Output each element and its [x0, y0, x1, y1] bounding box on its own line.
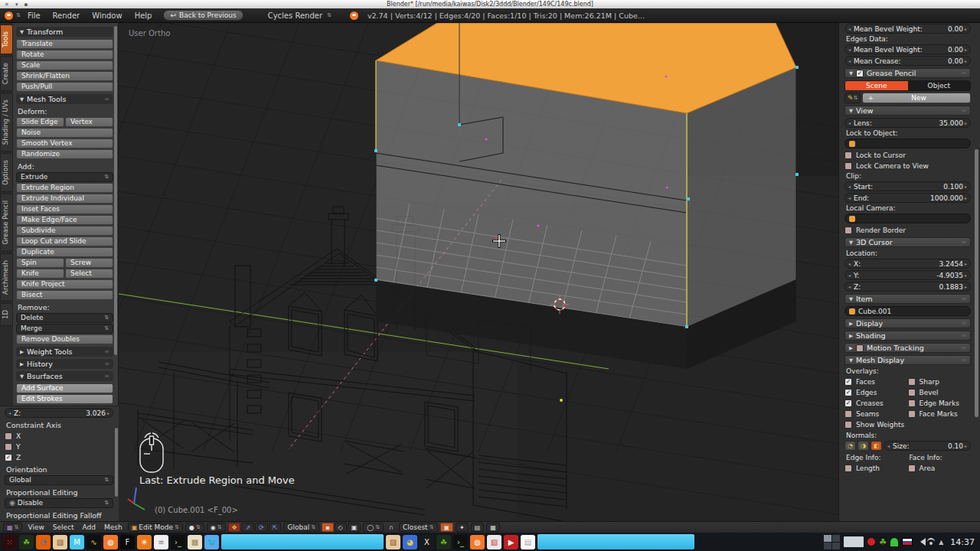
clip-end-slider[interactable]: ◂End: 1000.000▸ — [844, 193, 971, 203]
active-window-task-button[interactable] — [221, 534, 384, 549]
snap-magnet-icon[interactable]: ∩ — [386, 523, 397, 532]
menu-render[interactable]: Render — [47, 11, 86, 20]
terminal-icon[interactable]: ›_ — [171, 535, 185, 549]
manipulator-toggle-button[interactable]: ✥ — [228, 523, 241, 532]
object-name-field[interactable]: Cube.001 — [844, 306, 971, 316]
panel-mesh-display[interactable]: ▼Mesh Display≡ — [844, 355, 971, 365]
opensuse-tray-icon[interactable]: ☘ — [879, 537, 887, 547]
editor-type-button[interactable]: ▦⇅ — [3, 523, 22, 532]
photos-app-icon[interactable]: ▧ — [487, 535, 501, 549]
remove-doubles-button[interactable]: Remove Doubles — [16, 334, 113, 344]
knife-select-button[interactable]: Select — [65, 269, 113, 279]
grease-pencil-object-tab[interactable]: Object — [908, 81, 971, 90]
cursor-y-slider[interactable]: ◂Y: -4.9035▸ — [844, 270, 971, 280]
browser2-icon[interactable]: ◕ — [403, 535, 417, 549]
viewport-shading-dropdown[interactable]: ●⇅ — [185, 523, 204, 532]
cursor-x-slider[interactable]: ◂X: 3.2454▸ — [844, 259, 971, 269]
chart-app-icon[interactable]: M — [70, 535, 84, 549]
extrude-region-button[interactable]: Extrude Region — [16, 183, 113, 193]
add-surface-button[interactable]: Add Surface — [16, 383, 113, 393]
record-tray-icon[interactable] — [867, 538, 875, 546]
video-app-icon[interactable]: ▶ — [504, 535, 518, 549]
panel-grease-pencil[interactable]: ▼✓ Grease Pencil≡ — [844, 68, 971, 78]
lock-to-object-field[interactable] — [844, 139, 971, 148]
occlude-geometry-button[interactable]: ◯⇅ — [363, 523, 384, 532]
panel-shading[interactable]: ▶Shading≡ — [844, 331, 971, 341]
motion-tracking-checkbox[interactable] — [856, 344, 864, 352]
rotate-button[interactable]: Rotate — [16, 50, 113, 60]
vertex-slide-button[interactable]: Vertex — [65, 117, 113, 127]
clip-start-slider[interactable]: ◂Start: 0.100▸ — [844, 181, 971, 191]
grease-pencil-scene-tab[interactable]: Scene — [845, 81, 908, 90]
panel-weight-tools[interactable]: ▶Weight Tools≡ — [16, 347, 113, 357]
vertex-select-button[interactable]: ▪ — [322, 523, 333, 532]
blender2-icon[interactable]: ◍ — [470, 535, 485, 549]
editor-type-arrows-icon[interactable]: ⇅ — [16, 13, 21, 18]
mean-bevel-weight-slider[interactable]: ◂Mean Bevel Weight: 0.00▸ — [844, 44, 971, 54]
rotate-manipulator-button[interactable]: ⟳ — [255, 523, 268, 532]
select-menu[interactable]: Select — [50, 523, 77, 532]
face-area-checkbox[interactable] — [908, 465, 916, 472]
proportional-editing-dropdown[interactable]: ◉ Disable⇅ — [5, 498, 113, 508]
panel-mesh-tools[interactable]: ▼Mesh Tools≡ — [16, 94, 113, 104]
noise-button[interactable]: Noise — [16, 128, 113, 138]
subdivide-button[interactable]: Subdivide — [16, 226, 113, 236]
grease-pencil-checkbox[interactable]: ✓ — [856, 70, 864, 77]
network-icon[interactable] — [927, 538, 935, 546]
extrude-individual-button[interactable]: Extrude Individual — [16, 194, 113, 204]
terminal2-icon[interactable]: ›_ — [453, 535, 468, 549]
local-camera-field[interactable] — [844, 214, 971, 223]
edges-checkbox[interactable]: ✓ — [844, 389, 852, 396]
thunderbird2-icon[interactable]: ▨ — [386, 535, 400, 549]
render-border-checkbox[interactable] — [844, 227, 852, 234]
menu-file[interactable]: File — [22, 11, 46, 20]
smooth-vertex-button[interactable]: Smooth Vertex — [16, 139, 113, 148]
sharp-checkbox[interactable] — [908, 378, 916, 386]
edit-strokes-button[interactable]: Edit Strokes — [16, 394, 113, 404]
tab-shading-uvs[interactable]: Shading / UVs — [0, 93, 13, 152]
bisect-button[interactable]: Bisect — [16, 290, 113, 300]
vertex-normals-toggle[interactable]: ◔ — [844, 441, 856, 451]
tab-create[interactable]: Create — [0, 56, 13, 91]
x-app-icon[interactable]: X — [420, 535, 434, 549]
transform-orientation-dropdown[interactable]: Global⇅ — [283, 523, 319, 532]
mesh-menu[interactable]: Mesh — [101, 523, 126, 532]
slide-edge-button[interactable]: Slide Edge — [16, 117, 64, 127]
twitter-icon[interactable]: 🐦 — [204, 535, 219, 549]
loop-normals-toggle[interactable]: ◑ — [858, 441, 869, 451]
tab-grease-pencil[interactable]: Grease Pencil — [0, 194, 13, 252]
screw-button[interactable]: Screw — [65, 258, 113, 268]
translate-manipulator-button[interactable]: ⇗ — [241, 523, 254, 532]
scale-manipulator-button[interactable]: ⇱ — [269, 523, 282, 532]
blender-app-icon[interactable] — [5, 11, 13, 20]
face-select-button[interactable]: ▣ — [348, 523, 361, 532]
spin-button[interactable]: Spin — [16, 258, 64, 268]
operator-panel-scrollbar[interactable] — [115, 428, 118, 497]
volume-icon[interactable] — [916, 538, 926, 546]
shrink-flatten-button[interactable]: Shrink/Flatten — [16, 71, 113, 81]
snap-element-dropdown[interactable]: Closest⇅ — [399, 523, 438, 532]
cursor-z-slider[interactable]: ◂Z: 0.1883▸ — [844, 282, 971, 292]
push-pull-button[interactable]: Push/Pull — [16, 82, 113, 92]
tab-tools[interactable]: Tools — [0, 24, 13, 54]
randomize-button[interactable]: Randomize — [16, 149, 113, 159]
proportional-size-button[interactable]: ✦ — [456, 523, 469, 532]
pivot-point-dropdown[interactable]: ◉⇅ — [207, 523, 226, 532]
notes-app-icon[interactable]: ≡ — [154, 535, 168, 549]
npanel-scrollbar[interactable] — [975, 149, 978, 417]
orientation-dropdown[interactable]: Global⇅ — [5, 475, 113, 485]
viewport-3d[interactable]: User Ortho Last: Extrude Region and Move… — [119, 23, 838, 521]
panel-bsurfaces[interactable]: ▼Bsurfaces≡ — [16, 371, 113, 381]
scale-button[interactable]: Scale — [16, 60, 113, 70]
menu-help[interactable]: Help — [129, 11, 158, 20]
z-value-slider[interactable]: ◂Z: 3.026▸ — [5, 408, 113, 418]
tab-archimesh[interactable]: Archimesh — [0, 253, 13, 302]
panel-view[interactable]: ▼View≡ — [844, 106, 971, 116]
mosaic-app-icon[interactable]: ▩ — [188, 535, 202, 549]
tab-options[interactable]: Options — [0, 153, 13, 192]
grease-pencil-brush-button[interactable]: ✎⇅ — [844, 93, 861, 103]
audio-editor-icon[interactable]: ∿ — [87, 535, 101, 549]
panel-motion-tracking[interactable]: ▶Motion Tracking≡ — [844, 343, 971, 353]
document-app-icon[interactable]: ▤ — [521, 535, 535, 549]
panel-transform[interactable]: ▼Transform — [16, 27, 113, 37]
